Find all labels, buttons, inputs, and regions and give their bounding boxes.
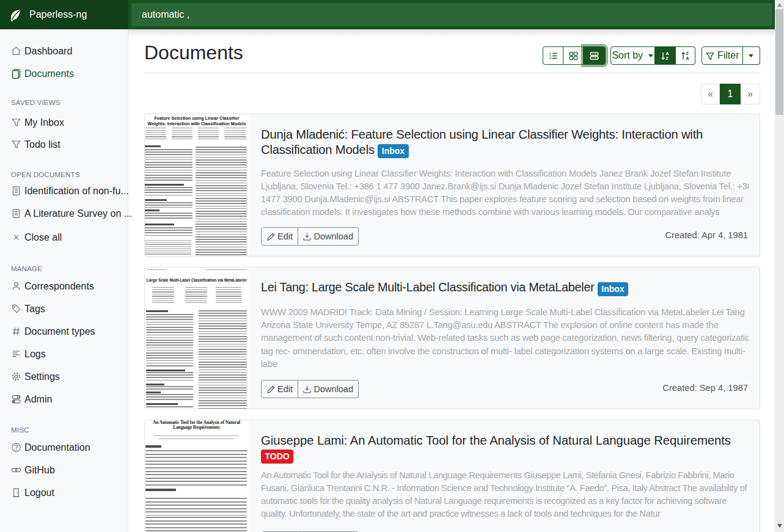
svg-text:Z: Z: [665, 56, 669, 61]
svg-text:A: A: [686, 56, 689, 61]
